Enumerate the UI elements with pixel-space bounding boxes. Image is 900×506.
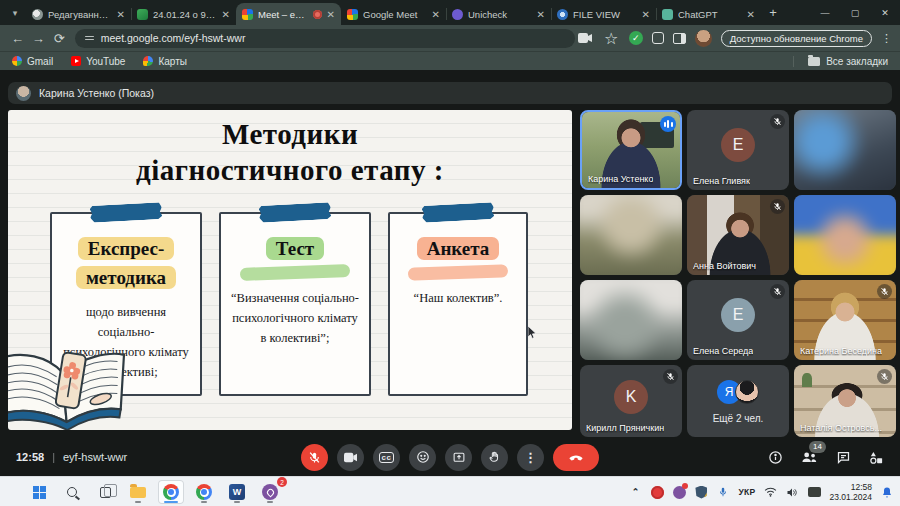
people-button[interactable]: 14 bbox=[801, 450, 818, 464]
search-icon[interactable] bbox=[59, 480, 85, 504]
mic-muted-icon bbox=[770, 114, 785, 129]
participant-tile-ostrovska[interactable]: Наталія Островсь... bbox=[794, 365, 896, 437]
chrome-update-chip[interactable]: Доступно обновление Chrome bbox=[721, 30, 872, 47]
reload-button[interactable]: ⟳ bbox=[50, 28, 69, 48]
participant-name: Наталія Островсь... bbox=[800, 423, 882, 433]
viber-taskbar-icon[interactable]: 2 bbox=[257, 480, 283, 504]
bookmark-star-icon[interactable]: ☆ bbox=[603, 30, 620, 47]
tab-editing[interactable]: Редагування: Завда ✕ bbox=[26, 3, 131, 25]
participant-tile-pryanichkin[interactable]: K Кирилл Пряничкин bbox=[580, 365, 682, 437]
new-tab-button[interactable]: + bbox=[761, 1, 785, 25]
tab-label: Meet – eyf-hswt- bbox=[258, 9, 308, 20]
chat-button[interactable] bbox=[836, 450, 851, 465]
adblock-extension-icon[interactable]: ✓ bbox=[629, 31, 643, 45]
tray-expand-icon[interactable]: ⌃ bbox=[628, 485, 642, 499]
tab-google-meet[interactable]: Google Meet ✕ bbox=[341, 3, 446, 25]
close-tab-icon[interactable]: ✕ bbox=[747, 9, 755, 20]
more-options-button[interactable]: ⋮ bbox=[517, 444, 544, 471]
participant-tile-sereda[interactable]: E Елена Середа bbox=[687, 280, 789, 360]
bookmark-youtube[interactable]: YouTube bbox=[71, 56, 125, 67]
camera-in-use-icon[interactable] bbox=[577, 30, 594, 47]
tab-unicheck[interactable]: Unicheck ✕ bbox=[446, 3, 551, 25]
tab-favicon bbox=[32, 9, 43, 20]
word-taskbar-icon[interactable]: W bbox=[224, 480, 250, 504]
task-view-icon[interactable] bbox=[92, 480, 118, 504]
presentation-slide: Методики діагностичного етапу : Експрес-… bbox=[8, 110, 572, 430]
end-call-button[interactable] bbox=[553, 444, 599, 471]
participant-tile-glivyak[interactable]: E Елена Гливяк bbox=[687, 110, 789, 190]
participant-tile-blurred[interactable] bbox=[794, 195, 896, 275]
captions-button[interactable]: cc bbox=[373, 444, 400, 471]
tray-device-icon[interactable] bbox=[807, 485, 821, 499]
tray-app-icon[interactable] bbox=[650, 485, 664, 499]
meeting-details-button[interactable] bbox=[768, 450, 783, 465]
present-screen-button[interactable] bbox=[445, 444, 472, 471]
tray-mic-icon[interactable] bbox=[716, 485, 730, 499]
notifications-bell-icon[interactable] bbox=[880, 485, 894, 499]
browser-toolbar: ← → ⟳ meet.google.com/eyf-hswt-wwr ☆ ✓ Д… bbox=[0, 25, 900, 51]
close-tab-icon[interactable]: ✕ bbox=[537, 9, 545, 20]
tab-meet-active[interactable]: Meet – eyf-hswt- ✕ bbox=[236, 3, 341, 25]
mic-muted-icon bbox=[877, 284, 892, 299]
close-tab-icon[interactable]: ✕ bbox=[327, 9, 335, 20]
activities-button[interactable] bbox=[869, 450, 884, 465]
reactions-button[interactable] bbox=[409, 444, 436, 471]
viber-badge: 2 bbox=[277, 477, 287, 487]
address-bar[interactable]: meet.google.com/eyf-hswt-wwr bbox=[75, 29, 575, 48]
participant-name: Елена Середа bbox=[693, 346, 753, 356]
highlight-stroke bbox=[240, 265, 350, 282]
tape-decoration bbox=[422, 202, 495, 223]
close-tab-icon[interactable]: ✕ bbox=[117, 9, 125, 20]
presenter-banner[interactable]: Карина Устенко (Показ) bbox=[8, 82, 892, 104]
participant-tile-voytovich[interactable]: Анна Войтович bbox=[687, 195, 789, 275]
tab-mail[interactable]: 24.01.24 о 9.00 KKI з ✕ bbox=[131, 3, 236, 25]
participant-name: Карина Устенко bbox=[588, 174, 653, 184]
all-bookmarks-button[interactable]: Все закладки bbox=[793, 56, 888, 67]
participant-tile-blurred[interactable] bbox=[580, 280, 682, 360]
tray-viber-icon[interactable] bbox=[672, 485, 686, 499]
site-info-icon[interactable] bbox=[85, 36, 94, 41]
extension-icon[interactable] bbox=[652, 32, 664, 44]
file-explorer-icon[interactable] bbox=[125, 480, 151, 504]
volume-icon[interactable] bbox=[785, 485, 799, 499]
meeting-code: eyf-hswt-wwr bbox=[63, 451, 127, 463]
participant-tile-blurred[interactable] bbox=[794, 110, 896, 190]
meet-main: Карина Устенко (Показ) Методики діагност… bbox=[0, 70, 900, 476]
gmail-icon bbox=[12, 56, 22, 66]
clock[interactable]: 12:58 23.01.2024 bbox=[829, 482, 872, 502]
more-people-label: Ещё 2 чел. bbox=[687, 413, 789, 424]
bookmark-gmail[interactable]: Gmail bbox=[12, 56, 53, 67]
participant-tile-besedina[interactable]: Катерина Беседина bbox=[794, 280, 896, 360]
forward-button[interactable]: → bbox=[29, 28, 48, 48]
bookmark-maps[interactable]: Карты bbox=[143, 56, 187, 67]
meeting-time: 12:58 bbox=[16, 451, 44, 463]
language-indicator[interactable]: УКР bbox=[738, 487, 755, 497]
wifi-icon[interactable] bbox=[763, 485, 777, 499]
participant-tile-more[interactable]: Я Ещё 2 чел. bbox=[687, 365, 789, 437]
mic-muted-icon bbox=[770, 284, 785, 299]
browser2-taskbar-icon[interactable] bbox=[191, 480, 217, 504]
tab-search-icon[interactable]: ▾ bbox=[4, 2, 26, 24]
chrome-taskbar-icon[interactable] bbox=[158, 480, 184, 504]
profile-avatar[interactable] bbox=[695, 30, 712, 47]
close-window-button[interactable]: ✕ bbox=[870, 0, 900, 25]
tab-chatgpt[interactable]: ChatGPT ✕ bbox=[656, 3, 761, 25]
raise-hand-button[interactable] bbox=[481, 444, 508, 471]
side-panel-icon[interactable] bbox=[673, 33, 686, 44]
windows-taskbar: W 2 ⌃ УКР 12:58 23.01.2024 bbox=[0, 476, 900, 506]
close-tab-icon[interactable]: ✕ bbox=[642, 9, 650, 20]
close-tab-icon[interactable]: ✕ bbox=[222, 9, 230, 20]
minimize-button[interactable]: — bbox=[810, 0, 840, 25]
back-button[interactable]: ← bbox=[8, 28, 27, 48]
maximize-button[interactable]: ▢ bbox=[840, 0, 870, 25]
close-tab-icon[interactable]: ✕ bbox=[432, 9, 440, 20]
browser-menu-icon[interactable]: ⋮ bbox=[881, 32, 892, 45]
mic-mute-button[interactable] bbox=[301, 444, 328, 471]
camera-button[interactable] bbox=[337, 444, 364, 471]
participant-tile-karina[interactable]: Карина Устенко bbox=[580, 110, 682, 190]
participant-tile-blurred[interactable] bbox=[580, 195, 682, 275]
avatar bbox=[735, 380, 759, 404]
tab-file-view[interactable]: FILE VIEW ✕ bbox=[551, 3, 656, 25]
start-button[interactable] bbox=[26, 480, 52, 504]
tray-shield-icon[interactable] bbox=[694, 485, 708, 499]
